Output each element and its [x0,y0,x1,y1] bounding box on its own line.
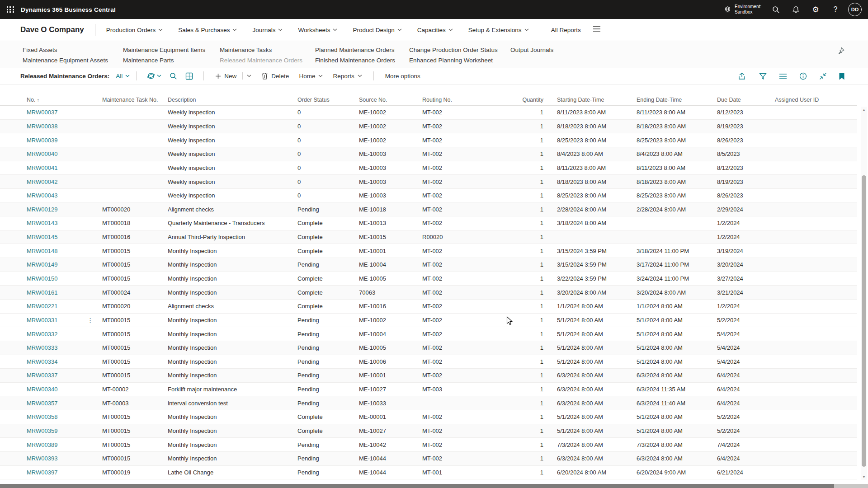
cell-description[interactable]: Weekly inspection [168,123,297,130]
cell-order-status[interactable]: Pending [297,317,359,324]
cell-quantity[interactable]: 1 [513,261,548,268]
cell-no[interactable]: MRW00393 [27,455,102,462]
table-row[interactable]: MRW00037 Weekly inspection0ME-10002MT-00… [0,106,857,120]
subnav-link-planned-maintenance-orders[interactable]: Planned Maintenance Orders [315,45,409,55]
analyze-button[interactable] [143,69,165,83]
order-no-link[interactable]: MRW00389 [27,441,57,448]
cell-source-no[interactable]: ME-10002 [359,137,422,144]
cell-due-date[interactable]: 3/21/2024 [717,289,775,296]
cell-description[interactable]: interval conversion test [168,400,297,407]
cell-starting-date-time[interactable]: 5/1/2024 8:00 AM [548,358,637,365]
table-row[interactable]: MRW00337MT000015Monthly InspectionPendin… [0,369,857,383]
table-row[interactable]: MRW00041 Weekly inspection0ME-10003MT-00… [0,161,857,175]
cell-starting-date-time[interactable]: 3/20/2024 8:00 AM [548,289,637,296]
collapse-button[interactable] [819,72,827,80]
cell-no[interactable]: MRW00150 [27,275,102,282]
order-no-link[interactable]: MRW00357 [27,400,57,407]
cell-ending-date-time[interactable]: 5/1/2024 8:00 AM [637,331,717,338]
cell-ending-date-time[interactable]: 8/25/2023 8:00 AM [637,192,717,199]
cell-description[interactable]: Monthly Inspection [168,289,297,296]
cell-description[interactable]: Monthly Inspection [168,331,297,338]
cell-no[interactable]: MRW00149 [27,261,102,268]
cell-starting-date-time[interactable]: 3/15/2024 3:59 PM [548,261,637,268]
cell-assigned-user-id[interactable] [775,303,857,310]
cell-description[interactable]: Monthly Inspection [168,317,297,324]
filter-button[interactable] [759,73,767,80]
cell-source-no[interactable]: ME-10002 [359,317,422,324]
table-row[interactable]: MRW00145MT000016Annual Third-Party Inspe… [0,230,857,244]
cell-description[interactable]: Weekly inspection [168,137,297,144]
subnav-link-fixed-assets[interactable]: Fixed Assets [23,45,123,55]
cell-quantity[interactable]: 1 [513,372,548,379]
cell-quantity[interactable]: 1 [513,441,548,448]
cell-routing-no[interactable]: MT-002 [422,331,513,338]
cell-no[interactable]: MRW00042 [27,178,102,185]
cell-ending-date-time[interactable]: 8/4/2023 8:00 AM [637,150,717,157]
reports-menu[interactable]: Reports [328,69,367,83]
cell-order-status[interactable]: 0 [297,150,359,157]
cell-starting-date-time[interactable]: 5/1/2024 8:00 AM [548,317,637,324]
cell-ending-date-time[interactable]: 5/1/2024 8:00 AM [637,358,717,365]
nav-overflow-button[interactable] [593,26,601,34]
cell-routing-no[interactable]: MT-002 [422,248,513,254]
cell-quantity[interactable]: 1 [513,150,548,157]
cell-description[interactable]: Monthly Inspection [168,248,297,254]
table-row[interactable]: MRW00332MT000015Monthly InspectionPendin… [0,327,857,341]
cell-maintenance-task-no[interactable] [102,164,168,171]
cell-description[interactable]: Alignment checks [168,206,297,213]
order-no-link[interactable]: MRW00043 [27,192,57,199]
subnav-link-output-journals[interactable]: Output Journals [510,45,601,55]
cell-source-no[interactable]: ME-10006 [359,358,422,365]
cell-maintenance-task-no[interactable]: MT000015 [102,427,168,434]
cell-routing-no[interactable]: MT-002 [422,164,513,171]
cell-ending-date-time[interactable]: 5/1/2024 8:00 AM [637,317,717,324]
cell-quantity[interactable]: 1 [513,109,548,116]
cell-starting-date-time[interactable]: 2/28/2024 8:00 AM [548,206,637,213]
nav-menu-sales-purchases[interactable]: Sales & Purchases [178,27,237,33]
cell-ending-date-time[interactable]: 6/3/2024 8:00 AM [637,372,717,379]
cell-order-status[interactable]: Pending [297,358,359,365]
cell-ending-date-time[interactable]: 6/3/2024 8:00 AM [637,455,717,462]
cell-order-status[interactable]: Complete [297,248,359,254]
cell-ending-date-time[interactable]: 8/11/2023 8:00 AM [637,164,717,171]
cell-assigned-user-id[interactable] [775,372,857,379]
cell-quantity[interactable]: 1 [513,469,548,476]
cell-maintenance-task-no[interactable] [102,192,168,199]
cell-assigned-user-id[interactable] [775,317,857,324]
subnav-link-maintenance-equipment-assets[interactable]: Maintenance Equipment Assets [23,55,123,66]
column-header-quantity[interactable]: Quantity [513,94,548,105]
order-no-link[interactable]: MRW00148 [27,248,57,254]
avatar[interactable]: DO [848,3,862,16]
cell-no[interactable]: MRW00143 [27,220,102,226]
cell-description[interactable]: Monthly Inspection [168,358,297,365]
scroll-up-arrow[interactable]: ▲ [861,107,867,113]
cell-ending-date-time[interactable]: 3/20/2024 8:00 AM [637,289,717,296]
table-row[interactable]: MRW00340MT-00002Forklift major maintenan… [0,383,857,397]
cell-maintenance-task-no[interactable]: MT000015 [102,344,168,351]
cell-source-no[interactable]: ME-10002 [359,123,422,130]
cell-order-status[interactable]: Pending [297,469,359,476]
cell-routing-no[interactable]: MT-001 [422,469,513,476]
subnav-link-maintenance-parts[interactable]: Maintenance Parts [123,55,220,66]
cell-due-date[interactable]: 5/2/2024 [717,413,775,420]
cell-description[interactable]: Alignment checks [168,303,297,310]
vertical-scrollbar-thumb[interactable] [862,175,866,467]
environment-badge[interactable]: Environment: Sandbox [719,0,766,19]
cell-starting-date-time[interactable]: 6/3/2024 8:00 AM [548,400,637,407]
cell-assigned-user-id[interactable] [775,413,857,420]
cell-order-status[interactable]: Pending [297,344,359,351]
cell-maintenance-task-no[interactable] [102,123,168,130]
cell-description[interactable]: Lathe Oil Change [168,469,297,476]
cell-routing-no[interactable]: MT-002 [422,455,513,462]
cell-due-date[interactable]: 5/4/2024 [717,344,775,351]
cell-assigned-user-id[interactable] [775,331,857,338]
cell-due-date[interactable]: 1/2/2024 [717,220,775,226]
cell-due-date[interactable]: 6/4/2024 [717,386,775,393]
cell-starting-date-time[interactable]: 3/15/2024 3:59 PM [548,248,637,254]
cell-assigned-user-id[interactable] [775,344,857,351]
table-row[interactable]: MRW00043 Weekly inspection0ME-10003MT-00… [0,189,857,203]
cell-no[interactable]: MRW00358 [27,413,102,420]
cell-ending-date-time[interactable]: 3/18/2024 11:00 PM [637,248,717,254]
cell-description[interactable]: Annual Third-Party Inspection [168,234,297,240]
cell-description[interactable]: Monthly Inspection [168,441,297,448]
